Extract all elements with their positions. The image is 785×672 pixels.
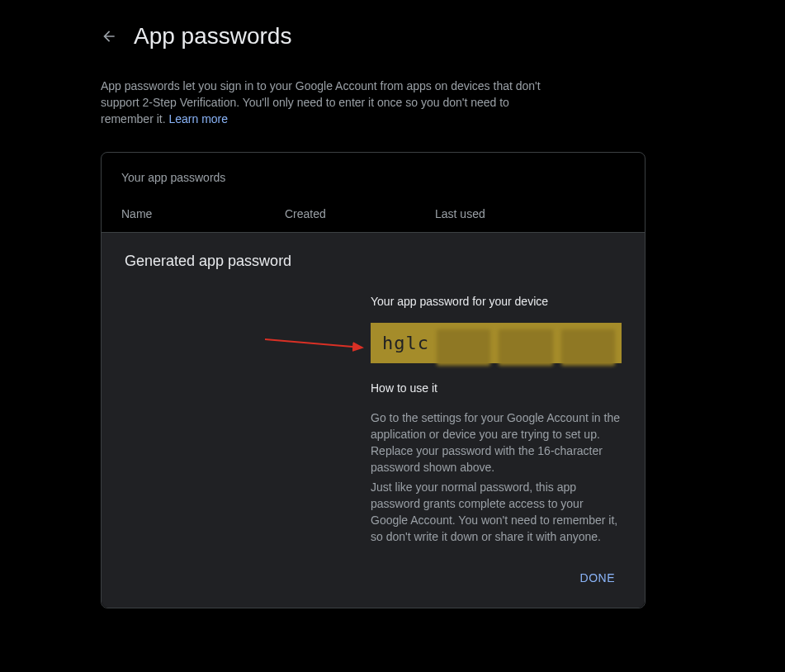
annotation-arrow-icon xyxy=(265,336,372,361)
app-passwords-card: Your app passwords Name Created Last use… xyxy=(101,152,645,608)
learn-more-link[interactable]: Learn more xyxy=(168,112,228,125)
intro-text: App passwords let you sign in to your Go… xyxy=(0,78,644,127)
intro-body: App passwords let you sign in to your Go… xyxy=(101,79,541,125)
page-title: App passwords xyxy=(134,23,291,50)
card-section-label: Your app passwords xyxy=(102,171,645,184)
svg-line-0 xyxy=(265,339,362,348)
generated-password-dialog: Generated app password Your app password… xyxy=(102,233,645,608)
device-label: Your app password for your device xyxy=(371,295,622,308)
page-header: App passwords xyxy=(0,23,785,50)
password-redacted xyxy=(437,329,615,366)
arrow-left-icon xyxy=(101,28,117,45)
column-name: Name xyxy=(121,207,285,220)
table-header: Name Created Last used xyxy=(102,207,645,233)
password-text: hglc xyxy=(382,333,429,353)
column-last-used: Last used xyxy=(435,207,625,220)
dialog-left-column xyxy=(125,295,371,548)
howto-paragraph-1: Go to the settings for your Google Accou… xyxy=(371,409,622,476)
howto-paragraph-2: Just like your normal password, this app… xyxy=(371,479,622,545)
password-display: hglc xyxy=(371,323,622,363)
dialog-title: Generated app password xyxy=(125,253,622,270)
back-button[interactable] xyxy=(101,28,117,45)
column-created: Created xyxy=(285,207,435,220)
done-button[interactable]: DONE xyxy=(574,566,622,589)
howto-label: How to use it xyxy=(371,381,622,395)
